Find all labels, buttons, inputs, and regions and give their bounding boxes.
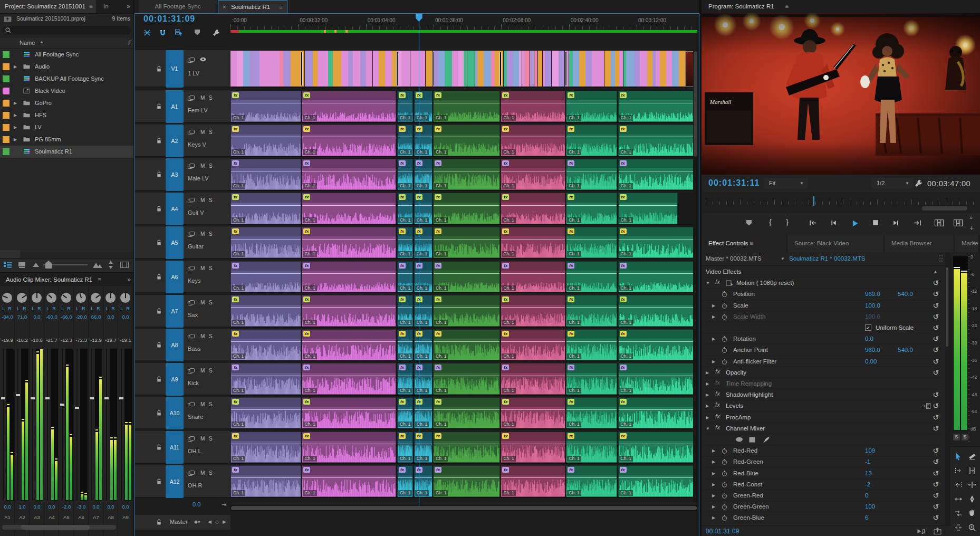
track-target-button[interactable]: A5	[166, 226, 184, 259]
multicam-cut-clip[interactable]	[348, 51, 353, 87]
audio-clip[interactable]: fxCh. 1	[397, 465, 413, 497]
multicam-cut-clip[interactable]	[623, 51, 626, 87]
audio-clip[interactable]: fxCh. 1	[566, 465, 617, 497]
multicam-cut-clip[interactable]	[640, 51, 647, 87]
volume-rubber-band[interactable]	[302, 205, 396, 206]
track-target-button[interactable]: A10	[166, 397, 184, 429]
pan-value[interactable]: 0.0	[30, 314, 44, 320]
volume-rubber-band[interactable]	[501, 205, 564, 206]
pan-knob[interactable]	[105, 293, 116, 303]
volume-rubber-band[interactable]	[231, 477, 301, 478]
icon-view-icon[interactable]	[18, 262, 26, 269]
label-color-chip[interactable]	[3, 100, 9, 107]
audio-clip[interactable]: fxCh. 1	[566, 432, 617, 464]
volume-rubber-band[interactable]	[398, 205, 412, 206]
sync-lock-icon[interactable]	[188, 58, 195, 63]
multicam-cut-clip[interactable]	[507, 51, 513, 87]
audio-clip[interactable]: fxCh. 1	[618, 91, 697, 123]
multicam-cut-clip[interactable]	[569, 51, 573, 87]
fx-badge[interactable]: fx	[568, 228, 574, 234]
track-target-button[interactable]: A4	[166, 193, 184, 225]
fx-badge[interactable]: fx	[502, 467, 509, 473]
audio-clip[interactable]: fxCh. 1	[566, 159, 617, 191]
multicam-cut-clip[interactable]	[410, 51, 417, 87]
volume-rubber-band[interactable]	[302, 409, 396, 410]
twirl-icon[interactable]: ▶	[712, 448, 715, 453]
volume-rubber-band[interactable]	[619, 307, 696, 308]
fx-badge[interactable]: fx	[620, 160, 627, 166]
volume-rubber-band[interactable]	[398, 273, 412, 274]
multicam-cut-clip[interactable]	[619, 51, 623, 87]
fx-badge[interactable]: fx	[399, 126, 406, 132]
fx-badge[interactable]: fx	[399, 331, 406, 337]
stopwatch-icon[interactable]	[722, 470, 727, 477]
pan-knob[interactable]	[17, 293, 27, 303]
audio-clip[interactable]: fxCh. 1	[618, 193, 678, 225]
volume-rubber-band[interactable]	[302, 171, 396, 171]
reset-icon[interactable]: ↺	[933, 491, 939, 500]
effect-name[interactable]: Time Remapping	[726, 380, 772, 387]
fader-track[interactable]	[121, 349, 122, 501]
rate-stretch-tool[interactable]	[954, 495, 964, 504]
solo-button[interactable]: S	[209, 368, 213, 374]
twirl-icon[interactable]: ▶	[712, 515, 715, 520]
program-scrub-area[interactable]	[702, 192, 980, 213]
audio-clip[interactable]: fxCh. 1	[397, 261, 413, 293]
sync-lock-icon[interactable]	[188, 402, 195, 408]
sync-lock-icon[interactable]	[188, 368, 195, 374]
label-color-chip[interactable]	[3, 112, 9, 119]
audio-clip[interactable]: fxCh. 1	[501, 261, 565, 293]
volume-rubber-band[interactable]	[619, 444, 696, 444]
mixer-hscrollbar[interactable]	[2, 525, 116, 530]
twirl-icon[interactable]: ▼	[706, 426, 710, 431]
volume-rubber-band[interactable]	[231, 376, 301, 376]
volume-value[interactable]: 0.0	[0, 504, 15, 510]
multicam-cut-clip[interactable]	[266, 51, 274, 87]
mute-button[interactable]: M	[200, 163, 205, 169]
fx-badge[interactable]: fx	[568, 126, 574, 132]
fx-badge[interactable]: fx	[568, 160, 574, 166]
fader-track[interactable]	[3, 349, 4, 501]
effects-tab-source-black-video[interactable]: Source: Black Video	[787, 235, 884, 252]
audio-clip[interactable]: fxCh. 1	[414, 465, 433, 497]
parent-bin-icon[interactable]	[4, 15, 12, 22]
pan-knob[interactable]	[91, 293, 101, 303]
zoom-in-thumb-icon[interactable]	[93, 262, 103, 268]
volume-rubber-band[interactable]	[434, 341, 499, 342]
volume-rubber-band[interactable]	[501, 409, 564, 410]
twirl-icon[interactable]: ▶	[712, 460, 715, 464]
audio-clip[interactable]: fxCh. 1	[618, 295, 697, 327]
automate-sequence-icon[interactable]	[120, 262, 129, 268]
reset-icon[interactable]: ↺	[933, 457, 939, 466]
multicam-cut-clip[interactable]	[504, 51, 507, 87]
timeline-hscrollbar[interactable]	[230, 505, 697, 511]
audio-clip[interactable]: fxCh. 1	[414, 295, 433, 327]
fx-badge[interactable]: fx	[502, 228, 509, 234]
lock-icon[interactable]	[156, 274, 162, 280]
mute-button[interactable]: M	[200, 368, 205, 374]
audio-clip[interactable]: fxCh. 1	[501, 91, 565, 123]
timeline-timecode[interactable]: 00:01:31:09	[143, 14, 195, 24]
param-value[interactable]: 109	[865, 447, 875, 454]
audio-clip[interactable]: fxCh. 1	[397, 329, 413, 361]
sync-lock-icon[interactable]	[188, 471, 195, 476]
volume-rubber-band[interactable]	[231, 137, 301, 137]
mute-button[interactable]: M	[200, 470, 205, 476]
mute-button[interactable]: M	[200, 436, 205, 442]
multicam-cut-clip[interactable]	[341, 51, 348, 87]
pan-value[interactable]: -84.0	[0, 314, 15, 320]
volume-rubber-band[interactable]	[415, 239, 432, 240]
track-name[interactable]: Guit V	[188, 209, 204, 216]
volume-rubber-band[interactable]	[398, 409, 412, 410]
param-value[interactable]: 0.00	[865, 358, 877, 365]
volume-rubber-band[interactable]	[566, 307, 617, 308]
twirl-icon[interactable]: ▶	[712, 482, 715, 487]
volume-rubber-band[interactable]	[501, 444, 564, 444]
multicam-cut-clip[interactable]	[660, 51, 666, 87]
twirl-icon[interactable]: ▶	[706, 415, 709, 420]
multicam-cut-clip[interactable]	[530, 51, 534, 87]
fx-badge[interactable]: fx	[502, 399, 509, 405]
keyframe-diamond-icon[interactable]: ◆▾	[194, 519, 200, 524]
volume-rubber-band[interactable]	[415, 477, 432, 478]
mute-button[interactable]: M	[200, 231, 205, 237]
